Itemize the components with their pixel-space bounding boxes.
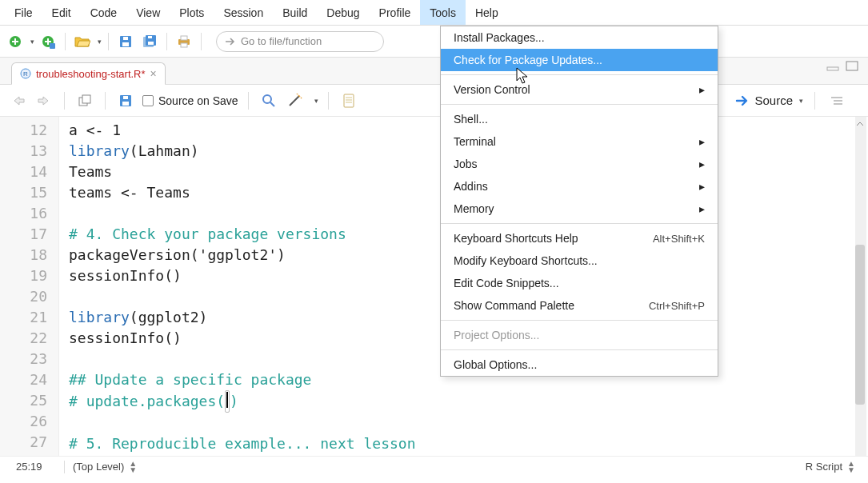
minimize-pane-icon[interactable] <box>826 61 841 72</box>
tools-menu-item[interactable]: Shell... <box>441 108 718 130</box>
svg-rect-16 <box>846 62 858 70</box>
tools-menu-item[interactable]: Install Packages... <box>441 26 718 49</box>
nav-forward-button[interactable] <box>34 90 54 111</box>
arrow-right-icon <box>225 37 236 46</box>
menu-help[interactable]: Help <box>466 0 508 25</box>
scope-selector[interactable]: (Top Level) ▲▼ <box>64 461 145 473</box>
svg-rect-18 <box>82 95 90 103</box>
code-tools-button[interactable] <box>286 90 306 111</box>
vertical-scrollbar[interactable] <box>855 117 866 456</box>
source-button-label: Source <box>754 94 793 107</box>
floppy-stack-icon <box>142 34 157 49</box>
line-number-gutter: 12131415161718192021222324252627 <box>0 117 59 456</box>
menu-profile[interactable]: Profile <box>370 0 421 25</box>
svg-text:R: R <box>23 70 28 78</box>
editor-tab[interactable]: R troubleshooting-start.R* × <box>11 62 166 85</box>
folder-open-icon <box>74 35 90 48</box>
new-file-button[interactable] <box>5 31 26 52</box>
open-file-button[interactable] <box>72 31 93 52</box>
svg-rect-20 <box>122 102 129 106</box>
language-label: R Script <box>806 461 842 473</box>
magnifier-icon <box>262 94 276 108</box>
editor-toolbar: Source on Save ▾ Source ▾ <box>0 85 868 117</box>
cursor-position: 25:19 <box>8 461 64 473</box>
chevron-right-icon: ▸ <box>699 180 705 193</box>
tools-menu-item[interactable]: Version Control▸ <box>441 78 718 101</box>
arrow-right-blue-icon <box>735 95 750 106</box>
goto-file-function-input[interactable]: Go to file/function <box>216 31 384 52</box>
outline-icon <box>830 95 844 106</box>
source-button[interactable]: Source ▾ <box>735 94 803 107</box>
scrollbar-thumb[interactable] <box>855 245 865 405</box>
svg-rect-11 <box>181 36 187 40</box>
new-project-button[interactable] <box>38 31 58 52</box>
tools-menu-item[interactable]: Addins▸ <box>441 175 718 198</box>
close-icon[interactable]: × <box>150 67 157 80</box>
chevron-right-icon: ▸ <box>699 158 705 170</box>
tools-menu-item[interactable]: Show Command PaletteCtrl+Shift+P <box>441 294 718 317</box>
caret-icon: ▾ <box>314 97 318 105</box>
source-on-save-checkbox[interactable]: Source on Save <box>142 94 238 107</box>
plus-circle-green-icon <box>8 34 22 49</box>
menubar: FileEditCodeViewPlotsSessionBuildDebugPr… <box>0 0 868 26</box>
goto-placeholder-text: Go to file/function <box>241 35 322 47</box>
arrow-right-outline-icon <box>37 95 51 106</box>
printer-icon <box>177 35 191 48</box>
tools-menu-item[interactable]: Keyboard Shortcuts HelpAlt+Shift+K <box>441 227 718 249</box>
source-on-save-label: Source on Save <box>158 94 238 107</box>
menu-file[interactable]: File <box>5 0 42 25</box>
checkbox-icon <box>142 95 154 106</box>
svg-rect-21 <box>123 96 128 99</box>
menu-plots[interactable]: Plots <box>170 0 214 25</box>
svg-rect-8 <box>148 42 154 45</box>
tools-menu-item[interactable]: Modify Keyboard Shortcuts... <box>441 249 718 272</box>
save-button[interactable] <box>115 31 136 52</box>
floppy-icon <box>119 35 132 48</box>
language-selector[interactable]: R Script ▲▼ <box>806 461 860 473</box>
svg-rect-15 <box>827 67 838 70</box>
tools-menu-item[interactable]: Terminal▸ <box>441 130 718 153</box>
tools-menu-item[interactable]: Check for Package Updates... <box>441 49 718 71</box>
scroll-up-icon[interactable] <box>855 118 865 130</box>
svg-rect-12 <box>181 43 187 47</box>
tools-menu-item[interactable]: Edit Code Snippets... <box>441 272 718 294</box>
print-button[interactable] <box>174 31 194 52</box>
menu-debug[interactable]: Debug <box>317 0 369 25</box>
chevron-right-icon: ▸ <box>699 135 705 148</box>
svg-rect-5 <box>123 37 128 40</box>
save-all-button[interactable] <box>139 31 160 52</box>
plus-circle-blue-icon <box>41 34 55 49</box>
popout-icon <box>78 94 91 107</box>
svg-rect-4 <box>122 42 129 46</box>
find-replace-button[interactable] <box>258 90 279 111</box>
tools-menu-dropdown: Install Packages...Check for Package Upd… <box>440 26 718 377</box>
tools-menu-item[interactable]: Memory▸ <box>441 198 718 220</box>
menu-session[interactable]: Session <box>214 0 273 25</box>
save-file-button[interactable] <box>115 90 136 111</box>
nav-back-button[interactable] <box>8 90 29 111</box>
menu-edit[interactable]: Edit <box>42 0 81 25</box>
tab-filename: troubleshooting-start.R* <box>36 68 146 80</box>
notebook-icon <box>342 94 355 108</box>
updown-icon: ▲▼ <box>847 461 855 473</box>
maximize-pane-icon[interactable] <box>846 61 860 72</box>
tools-menu-item: Project Options... <box>441 324 718 346</box>
chevron-right-icon: ▸ <box>699 202 705 215</box>
svg-point-22 <box>263 95 271 103</box>
menu-tools[interactable]: Tools <box>420 0 466 25</box>
outline-button[interactable] <box>826 90 847 111</box>
wand-icon <box>287 94 305 108</box>
menu-code[interactable]: Code <box>81 0 126 25</box>
tools-menu-item[interactable]: Global Options... <box>441 353 718 376</box>
scope-label: (Top Level) <box>73 461 124 473</box>
floppy-icon <box>119 94 132 107</box>
r-file-icon: R <box>20 68 31 79</box>
show-in-new-window-button[interactable] <box>74 90 95 111</box>
menu-build[interactable]: Build <box>273 0 317 25</box>
tools-menu-item[interactable]: Jobs▸ <box>441 153 718 175</box>
tabbar: R troubleshooting-start.R* × <box>0 58 868 85</box>
compile-report-button[interactable] <box>338 90 359 111</box>
menu-view[interactable]: View <box>126 0 170 25</box>
svg-rect-23 <box>344 94 354 107</box>
code-editor[interactable]: 12131415161718192021222324252627 a <- 1l… <box>0 117 868 456</box>
